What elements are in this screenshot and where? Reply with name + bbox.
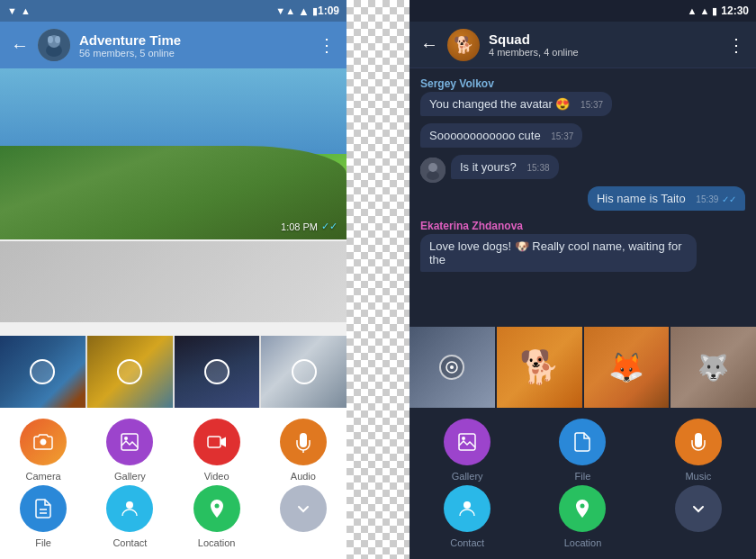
left-wifi-icon: ▲	[298, 5, 310, 18]
message-bubble-3: Is it yours? 15:38	[451, 155, 559, 179]
left-image-timestamp: 1:08 PM ✓✓	[281, 221, 338, 232]
right-photo-4[interactable]: 🐺	[670, 327, 756, 408]
file-icon-circle	[20, 485, 67, 532]
sender-sergey: Sergey Volkov	[420, 77, 745, 90]
svg-point-14	[427, 171, 439, 180]
user-avatar-msg	[420, 158, 446, 183]
thumb-4[interactable]	[261, 336, 346, 408]
video-action[interactable]: Video	[181, 419, 253, 482]
svg-point-4	[55, 36, 60, 43]
location-action[interactable]: Location	[181, 485, 253, 548]
contact-action[interactable]: Contact	[94, 485, 166, 548]
audio-icon-circle	[280, 419, 327, 465]
message-row-2: Soooooooooooo cute 15:37	[420, 123, 745, 151]
right-header-info: Squad 4 members, 4 online	[489, 32, 727, 58]
message-bubble-1: You changed the avatar 😍 15:37	[420, 92, 612, 116]
file-label: File	[35, 537, 51, 548]
right-phone: ▲ ▲ ▮ 12:30 ← 🐕 Squad 4 members, 4 onlin…	[410, 0, 756, 559]
left-chat-title: Adventure Time	[79, 32, 318, 48]
audio-label: Audio	[291, 471, 316, 482]
right-music-icon	[675, 419, 722, 465]
right-file-label: File	[575, 471, 591, 482]
message-row-4: His name is Taito 15:39 ✓✓	[420, 186, 745, 214]
right-location-label: Location	[564, 537, 602, 548]
right-more-icon	[675, 485, 722, 532]
right-gallery-label: Gallery	[452, 471, 483, 482]
svg-point-15	[428, 163, 437, 172]
right-more-action[interactable]	[662, 485, 734, 548]
camera-action[interactable]: Camera	[7, 419, 79, 482]
left-thumb-strip	[0, 336, 346, 408]
left-status-icons: ▼ ▲	[7, 5, 275, 16]
right-chat-subtitle: 4 members, 4 online	[489, 47, 727, 58]
left-header-info: Adventure Time 56 members, 5 online	[79, 32, 318, 59]
audio-action[interactable]: Audio	[267, 419, 339, 482]
more-action[interactable]	[267, 485, 339, 548]
contact-icon-circle	[106, 485, 153, 532]
location-icon-circle	[194, 485, 240, 532]
right-location-icon	[559, 485, 606, 532]
left-location-label: Location	[198, 537, 236, 548]
right-location-action[interactable]: Location	[546, 485, 618, 548]
thumb-1[interactable]	[0, 336, 86, 408]
right-photo-2[interactable]: 🐕	[497, 327, 582, 408]
left-chat-content: 1:08 PM ✓✓	[0, 68, 346, 336]
right-music-action[interactable]: Music	[662, 419, 734, 482]
thumb-3[interactable]	[175, 336, 260, 408]
right-wifi-icon: ▲	[699, 5, 709, 16]
message-bubble-4: His name is Taito 15:39 ✓✓	[588, 186, 745, 211]
gallery-label: Gallery	[114, 471, 146, 482]
message-row-5: Ekaterina Zhdanova Love love dogs! 🐶 Rea…	[420, 220, 745, 275]
right-file-action[interactable]: File	[546, 419, 618, 482]
camera-label: Camera	[26, 471, 61, 482]
left-phone: ▼ ▲ ▼▲ ▲ ▮ 1:09 ← Adventure Time 56 memb…	[0, 0, 346, 559]
gallery-action[interactable]: Gallery	[94, 419, 166, 482]
message-bubble-2: Soooooooooooo cute 15:37	[420, 123, 582, 148]
right-gallery-icon	[444, 419, 490, 465]
svg-point-11	[126, 501, 133, 509]
left-back-button[interactable]: ←	[11, 35, 29, 56]
left-time: 1:09	[318, 5, 339, 17]
svg-point-20	[464, 501, 471, 509]
message-row-1: Sergey Volkov You changed the avatar 😍 1…	[420, 77, 745, 120]
left-more-button[interactable]: ⋮	[318, 34, 336, 56]
svg-rect-7	[208, 437, 220, 447]
right-group-avatar: 🐕	[447, 29, 480, 61]
right-contact-label: Contact	[450, 537, 484, 548]
right-chat-header: ← 🐕 Squad 4 members, 4 online ⋮	[410, 22, 756, 68]
svg-point-3	[48, 36, 53, 43]
right-more-button[interactable]: ⋮	[727, 34, 745, 56]
svg-point-21	[580, 504, 585, 509]
left-signal-icon: ▼▲	[275, 5, 295, 16]
left-chat-header: ← Adventure Time 56 members, 5 online ⋮	[0, 22, 346, 68]
right-action-row-2: Contact Location	[410, 485, 756, 548]
left-action-grid: Camera Gallery	[0, 408, 346, 559]
video-icon-circle	[194, 419, 240, 465]
thumb-2[interactable]	[87, 336, 173, 408]
left-chat-subtitle: 56 members, 5 online	[79, 48, 318, 59]
right-action-row-1: Gallery File Music	[410, 419, 756, 482]
left-action-row-1: Camera Gallery	[0, 419, 346, 482]
gallery-icon-circle	[106, 419, 153, 465]
svg-rect-18	[459, 434, 475, 450]
right-status-bar: ▲ ▲ ▮ 12:30	[410, 0, 756, 22]
svg-point-6	[124, 437, 128, 440]
right-chat-title: Squad	[489, 32, 727, 47]
left-action-row-2: File Contact Location	[0, 485, 346, 548]
left-status-bar: ▼ ▲ ▼▲ ▲ ▮ 1:09	[0, 0, 346, 22]
camera-icon-circle	[20, 419, 67, 465]
right-photo-strip: 🐕 🦊 🐺	[410, 327, 756, 408]
left-chat-images: 1:08 PM ✓✓	[0, 68, 346, 322]
right-photo-3[interactable]: 🦊	[584, 327, 670, 408]
right-battery-icon: ▮	[712, 5, 717, 17]
right-contact-action[interactable]: Contact	[431, 485, 503, 548]
checker-background	[346, 0, 410, 559]
more-icon-circle	[280, 485, 327, 532]
right-photo-1[interactable]	[410, 327, 495, 408]
right-gallery-action[interactable]: Gallery	[431, 419, 503, 482]
svg-point-19	[462, 437, 465, 440]
right-back-button[interactable]: ←	[420, 34, 438, 55]
left-group-avatar	[38, 29, 70, 61]
left-big-image: 1:08 PM ✓✓	[0, 68, 346, 239]
file-action[interactable]: File	[7, 485, 79, 548]
